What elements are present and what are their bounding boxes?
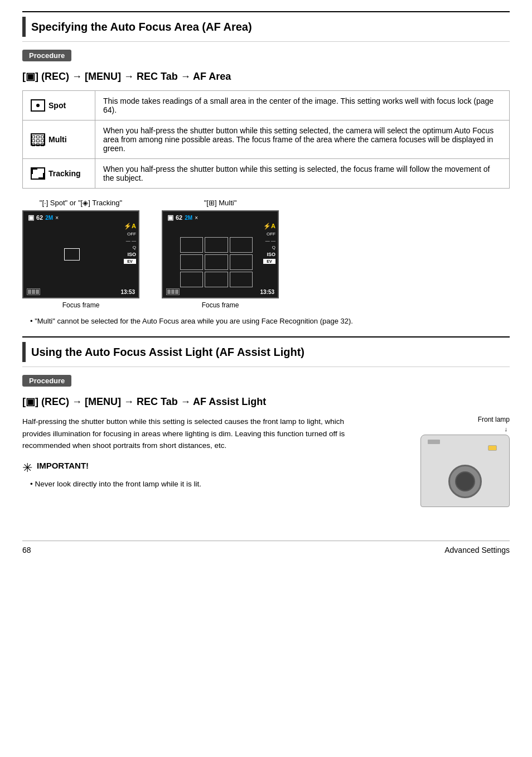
section-bar-1 bbox=[22, 17, 26, 37]
cam-body-lens-inner bbox=[455, 471, 475, 491]
cam-body-lens bbox=[448, 465, 482, 498]
af-area-table: Spot This mode takes readings of a small… bbox=[22, 90, 510, 189]
screenshot-multi: "[⊞] Multi" ▣ 62 2M × ⚡A OFF — — Q ISO E… bbox=[162, 199, 279, 309]
cam-dash-1: — — bbox=[126, 238, 136, 243]
table-row-spot: Spot This mode takes readings of a small… bbox=[23, 91, 510, 120]
cam-off-1: OFF bbox=[127, 232, 136, 237]
multi-label: Multi bbox=[31, 133, 87, 146]
cam-x-2: × bbox=[195, 215, 198, 221]
focus-frame-multi bbox=[180, 237, 253, 287]
focus-caption-1: Focus frame bbox=[62, 301, 100, 309]
table-row-tracking: Tracking When you half-press the shutter… bbox=[23, 159, 510, 189]
procedure-badge-2: Procedure bbox=[22, 375, 71, 387]
multi-cell-4 bbox=[180, 254, 203, 270]
focus-frame-spot bbox=[64, 248, 80, 261]
tracking-label: Tracking bbox=[31, 167, 87, 180]
cam-time-1: 13:53 bbox=[120, 289, 135, 295]
camera-body-area: Front lamp ↓ bbox=[409, 416, 510, 507]
battery-icon-1 bbox=[27, 288, 40, 295]
multi-icon bbox=[31, 133, 45, 146]
cam-2m-1: 2M bbox=[45, 215, 53, 221]
spot-description: This mode takes readings of a small area… bbox=[95, 91, 510, 120]
spot-text: Spot bbox=[49, 101, 66, 110]
front-lamp-arrow-icon: ↓ bbox=[505, 426, 508, 432]
section-bar-2 bbox=[22, 342, 26, 362]
cam-ev-1: EV bbox=[124, 259, 136, 264]
screenshot2-label: "[⊞] Multi" bbox=[204, 199, 237, 207]
focus-caption-2: Focus frame bbox=[202, 301, 239, 309]
important-label: IMPORTANT! bbox=[37, 461, 89, 470]
front-lamp-label: Front lamp bbox=[409, 416, 510, 423]
af-assist-text: Half-pressing the shutter button while t… bbox=[22, 416, 393, 488]
cam-ev-2: EV bbox=[263, 259, 275, 264]
multi-cell-5 bbox=[205, 254, 228, 270]
page-number: 68 bbox=[22, 546, 31, 555]
section1-title: Specifying the Auto Focus Area (AF Area) bbox=[31, 21, 252, 33]
cam-x-1: × bbox=[55, 215, 59, 221]
multi-cell-1 bbox=[180, 237, 203, 253]
nav-path-1-text: [▣] (REC) → [MENU] → REC Tab → AF Area bbox=[22, 71, 231, 82]
multi-cell-9 bbox=[230, 272, 253, 287]
cam-time-2: 13:53 bbox=[260, 289, 274, 295]
cam-flash-1: ⚡A bbox=[124, 223, 136, 230]
footer-section-label: Advanced Settings bbox=[444, 546, 510, 555]
procedure-badge-1: Procedure bbox=[22, 50, 71, 61]
section2: Using the Auto Focus Assist Light (AF As… bbox=[22, 336, 510, 507]
cam-dash-2: — — bbox=[265, 238, 275, 243]
camera-screen-multi: ▣ 62 2M × ⚡A OFF — — Q ISO EV bbox=[162, 210, 279, 298]
camera-screen-spot: ▣ 62 2M × ⚡A OFF — — Q ISO EV bbox=[22, 210, 139, 298]
cam-number-2: 62 bbox=[176, 214, 182, 221]
cam-rec-icon-2: ▣ bbox=[167, 214, 173, 221]
cam-q-1: Q bbox=[133, 245, 136, 250]
multi-cell-8 bbox=[205, 272, 228, 287]
tracking-text: Tracking bbox=[49, 169, 81, 178]
cam-flash-2: ⚡A bbox=[263, 223, 275, 230]
screenshot-spot: "[·] Spot" or "[◈] Tracking" ▣ 62 2M × ⚡… bbox=[22, 199, 139, 309]
tracking-description: When you half-press the shutter button w… bbox=[95, 159, 510, 189]
cam-battery-1 bbox=[27, 288, 40, 295]
cam-right-panel-1: ⚡A OFF — — Q ISO EV bbox=[124, 223, 136, 264]
cam-2m-2: 2M bbox=[185, 215, 192, 221]
cam-body-mode bbox=[428, 440, 440, 444]
cam-off-2: OFF bbox=[267, 232, 275, 237]
important-star-icon: ✳ bbox=[22, 462, 32, 474]
cam-iso-2: ISO bbox=[267, 252, 275, 257]
cam-topbar-2: ▣ 62 2M × bbox=[167, 214, 278, 221]
screenshot1-label: "[·] Spot" or "[◈] Tracking" bbox=[40, 199, 122, 207]
cam-battery-2 bbox=[166, 288, 180, 295]
cam-topbar-1: ▣ 62 2M × bbox=[28, 214, 138, 221]
section1-heading: Specifying the Auto Focus Area (AF Area) bbox=[22, 11, 510, 42]
spot-icon bbox=[31, 99, 45, 112]
spot-label: Spot bbox=[31, 99, 87, 112]
page-footer: 68 Advanced Settings bbox=[22, 541, 510, 555]
nav-path-2: [▣] (REC) → [MENU] → REC Tab → AF Assist… bbox=[22, 396, 510, 408]
cam-rec-icon-1: ▣ bbox=[28, 214, 34, 221]
multi-text: Multi bbox=[49, 135, 67, 144]
af-assist-row: Half-pressing the shutter button while t… bbox=[22, 416, 510, 507]
multi-cell-6 bbox=[230, 254, 253, 270]
section2-title: Using the Auto Focus Assist Light (AF As… bbox=[31, 346, 304, 359]
camera-body-img bbox=[420, 435, 510, 507]
multi-description: When you half-press the shutter button w… bbox=[95, 120, 510, 159]
tracking-icon bbox=[31, 167, 45, 180]
cam-right-panel-2: ⚡A OFF — — Q ISO EV bbox=[263, 223, 275, 264]
important-bullet: Never look directly into the front lamp … bbox=[22, 480, 393, 488]
important-box: ✳ IMPORTANT! bbox=[22, 461, 393, 474]
bullet-note-1: "Multi" cannot be selected for the Auto … bbox=[22, 317, 510, 325]
cam-body-lamp bbox=[488, 445, 497, 451]
af-assist-description: Half-pressing the shutter button while t… bbox=[22, 416, 357, 452]
multi-cell-7 bbox=[180, 272, 203, 287]
section2-heading: Using the Auto Focus Assist Light (AF As… bbox=[22, 336, 510, 367]
table-row-multi: Multi When you half-press the shutter bu… bbox=[23, 120, 510, 159]
multi-cell-2 bbox=[205, 237, 228, 253]
cam-number-1: 62 bbox=[36, 214, 43, 221]
cam-iso-1: ISO bbox=[127, 252, 136, 257]
multi-cell-3 bbox=[230, 237, 253, 253]
cam-q-2: Q bbox=[272, 245, 275, 250]
nav-path-1: [▣] (REC) → [MENU] → REC Tab → AF Area bbox=[22, 70, 510, 83]
screenshots-row: "[·] Spot" or "[◈] Tracking" ▣ 62 2M × ⚡… bbox=[22, 199, 510, 309]
nav-path-2-text: [▣] (REC) → [MENU] → REC Tab → AF Assist… bbox=[22, 396, 266, 407]
battery-icon-2 bbox=[166, 288, 180, 295]
